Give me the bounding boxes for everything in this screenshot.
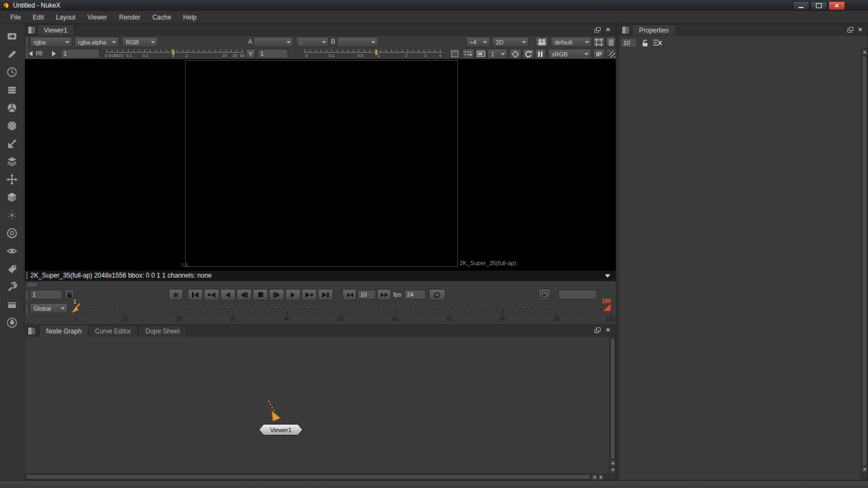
transform-icon[interactable] <box>5 174 18 185</box>
timeline-range-dropdown[interactable]: Global <box>30 303 68 313</box>
viewer-viewport[interactable]: 1,1 2K_Super_35(full-ap) <box>25 59 616 270</box>
scroll-up-button[interactable] <box>610 460 616 466</box>
close-button[interactable]: ✕ <box>828 1 845 10</box>
frame-lock-button[interactable] <box>65 290 74 299</box>
scroll-right-button[interactable] <box>598 474 604 480</box>
a-buffer-dropdown[interactable] <box>253 37 293 47</box>
monitor-out-button[interactable] <box>475 49 487 59</box>
panel-menu-icon[interactable] <box>622 26 630 34</box>
deep-icon[interactable]: D <box>5 227 18 239</box>
splitter-handle[interactable] <box>27 282 37 287</box>
play-backward-button[interactable] <box>220 289 235 300</box>
row-grip[interactable] <box>26 49 28 58</box>
scroll-down-button[interactable] <box>861 466 867 473</box>
panel-menu-icon[interactable] <box>28 327 36 335</box>
step-back-button[interactable] <box>237 289 252 300</box>
step-forward-button[interactable] <box>269 289 284 300</box>
toolsets-icon[interactable] <box>5 281 18 293</box>
lock-camera-button[interactable] <box>535 37 548 47</box>
maximize-button[interactable] <box>810 1 827 10</box>
cliptest-button[interactable] <box>607 49 617 59</box>
draw-icon[interactable] <box>5 48 18 60</box>
row-grip[interactable] <box>26 304 28 314</box>
jump-forward-button[interactable] <box>377 289 391 300</box>
stop-button[interactable] <box>253 289 268 300</box>
viewer1-node[interactable]: Viewer1 <box>259 424 303 435</box>
tab-node-graph[interactable]: Node Graph <box>39 325 88 337</box>
panel-menu-icon[interactable] <box>28 26 36 34</box>
pause-button[interactable] <box>535 49 546 59</box>
node-input-arrow[interactable] <box>264 399 289 427</box>
viewer-layout-dropdown[interactable]: default <box>551 37 592 47</box>
fstop-label[interactable]: f/8 <box>36 50 42 56</box>
update-viewport-button[interactable] <box>509 49 521 59</box>
gamma-slider[interactable]: 0 0.1 0.5 1 2 3 4 <box>304 49 443 59</box>
next-keyframe-button[interactable] <box>302 289 317 300</box>
menu-layout[interactable]: Layout <box>50 14 81 21</box>
scroll-down-button[interactable] <box>610 467 616 473</box>
views-icon[interactable] <box>5 245 18 257</box>
loop-mode-button[interactable] <box>429 289 445 300</box>
gain-input[interactable] <box>61 49 100 59</box>
b-buffer-dropdown[interactable] <box>337 37 378 47</box>
minimize-button[interactable] <box>793 1 809 10</box>
roi-button[interactable] <box>450 49 459 59</box>
float-panel-icon[interactable] <box>847 27 853 33</box>
menu-edit[interactable]: Edit <box>27 14 50 21</box>
merge-icon[interactable] <box>5 156 18 168</box>
frame-format-button[interactable] <box>593 37 605 47</box>
float-panel-icon[interactable] <box>595 27 601 33</box>
clear-all-panels-button[interactable] <box>653 39 662 48</box>
nodegraph-hscrollbar[interactable] <box>25 473 609 480</box>
fstop-decrease-icon[interactable] <box>29 51 33 56</box>
view-mode-dropdown[interactable]: 2D <box>492 37 529 47</box>
display-channels-dropdown[interactable]: RGB <box>122 37 158 47</box>
gain-slider[interactable]: 0.015625 0.1 0.2 1 2 10 20 64 <box>106 49 244 59</box>
close-panel-icon[interactable]: ✕ <box>858 27 863 33</box>
alpha-layer-dropdown[interactable]: rgba.alpha <box>74 37 119 47</box>
menu-render[interactable]: Render <box>113 14 146 21</box>
close-panel-icon[interactable]: ✕ <box>606 327 610 333</box>
row-grip[interactable] <box>26 37 28 46</box>
3d-icon[interactable] <box>5 191 18 203</box>
title-bar[interactable]: Untitled - NukeX ✕ <box>0 0 868 11</box>
close-panel-icon[interactable]: ✕ <box>606 27 610 33</box>
frame-increment-input[interactable] <box>358 290 376 299</box>
playhead-marker[interactable] <box>71 303 81 314</box>
goto-end-button[interactable] <box>318 289 333 300</box>
layer-dropdown[interactable]: rgba <box>30 37 72 47</box>
row-grip[interactable] <box>26 290 28 300</box>
play-button[interactable] <box>285 289 301 300</box>
proxy-level-dropdown[interactable]: 1 <box>487 49 508 59</box>
row-grip[interactable] <box>26 272 28 279</box>
gamma-toggle-button[interactable]: Y <box>246 49 256 59</box>
image-icon[interactable] <box>5 30 18 42</box>
metadata-icon[interactable] <box>5 263 18 275</box>
fps-input[interactable] <box>404 290 426 299</box>
scroll-left-button[interactable] <box>591 474 597 480</box>
other-icon[interactable] <box>5 299 18 311</box>
float-panel-icon[interactable] <box>595 328 601 333</box>
max-panels-input[interactable] <box>621 38 637 48</box>
properties-scrollbar[interactable] <box>861 48 867 480</box>
furnace-icon[interactable] <box>5 317 18 329</box>
filter-icon[interactable] <box>5 120 18 132</box>
current-frame-input[interactable] <box>30 290 62 299</box>
keyer-icon[interactable] <box>5 138 18 150</box>
tab-curve-editor[interactable]: Curve Editor <box>88 325 138 337</box>
viewer-settings-button[interactable] <box>606 37 616 47</box>
scroll-up-button[interactable] <box>861 49 867 55</box>
tab-viewer1[interactable]: Viewer1 <box>37 24 74 35</box>
input-process-button[interactable]: IP <box>593 49 605 59</box>
viewer-colorspace-dropdown[interactable]: sRGB <box>548 49 591 59</box>
nodegraph-canvas[interactable]: Viewer1 <box>25 337 616 480</box>
jump-back-button[interactable] <box>342 289 356 300</box>
lock-panels-button[interactable] <box>641 38 649 48</box>
range-end-marker[interactable] <box>602 304 611 312</box>
refresh-button[interactable] <box>522 49 534 59</box>
flipbook-button[interactable] <box>539 289 551 300</box>
tab-properties[interactable]: Properties <box>632 24 676 35</box>
status-dropdown-icon[interactable] <box>605 274 610 278</box>
downrez-dropdown[interactable]: ÷4 <box>466 37 490 47</box>
fstop-increase-icon[interactable] <box>52 51 56 56</box>
